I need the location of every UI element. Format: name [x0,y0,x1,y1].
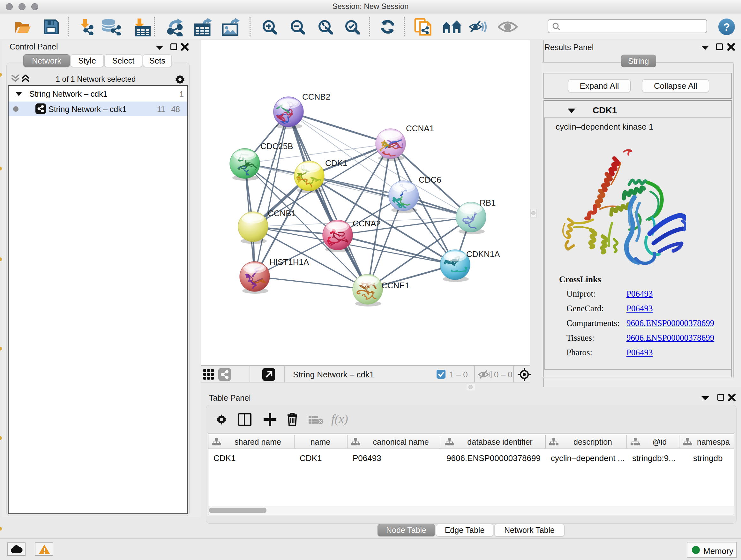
svg-text:HIST1H1A: HIST1H1A [269,257,309,267]
svg-text:RB1: RB1 [480,198,496,207]
svg-text:CDC25B: CDC25B [260,141,293,151]
svg-text:CDK1: CDK1 [325,159,347,168]
svg-text:CCNB2: CCNB2 [302,92,330,102]
svg-text:CCNB1: CCNB1 [268,208,296,218]
svg-text:CCNA2: CCNA2 [353,219,381,228]
svg-text:CDKN1A: CDKN1A [466,249,500,259]
svg-text:CCNE1: CCNE1 [381,281,409,290]
svg-text:CCNA1: CCNA1 [406,124,434,133]
svg-text:CDC6: CDC6 [419,175,441,185]
